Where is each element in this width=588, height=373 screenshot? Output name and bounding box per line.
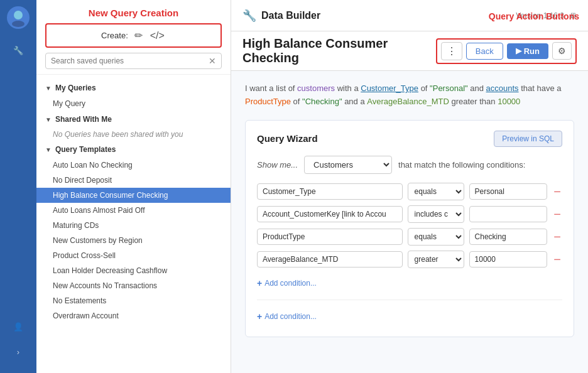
remove-condition-2-button[interactable]: − [552,208,562,220]
create-row: Create: ✏ </> [45,23,222,48]
condition-row-1: equals not equals contains greater less … [257,183,562,200]
condition-op-4[interactable]: equals not equals contains greater less [408,251,464,268]
condition-row-3: equals not equals contains greater less … [257,228,562,246]
version-text: Version 1.16.3 [516,11,564,20]
query-title: High Balance Consumer Checking [242,36,430,65]
plus-icon: + [257,278,262,288]
run-button[interactable]: ▶ Run [507,43,548,59]
svg-point-2 [12,21,24,27]
add-condition-label-2: Add condition... [264,312,317,321]
condition-op-2[interactable]: includes c equals not equals contains [408,205,464,223]
wizard-title: Query Wizard [257,133,318,144]
remove-condition-3-button[interactable]: − [552,230,562,243]
list-item[interactable]: Overdrawn Account [36,308,231,323]
add-condition-label-1: Add condition... [264,279,317,288]
nav-expand-icon[interactable]: › [9,343,27,360]
kw-personal: "Personal" [430,84,468,93]
query-header-bar: High Balance Consumer Checking Query Act… [231,31,588,71]
template-list: Auto Loan No CheckingNo Direct DepositHi… [36,158,231,323]
search-clear-icon[interactable]: ✕ [209,56,216,66]
list-item[interactable]: My Query [36,96,231,111]
wizard-header: Query Wizard Preview in SQL [257,131,562,147]
section-my-queries[interactable]: ▼ My Queries [36,80,231,96]
create-label: Create: [101,31,128,40]
kw-customers: customers [297,84,335,93]
list-item[interactable]: New Customers by Region [36,233,231,248]
query-list: ▼ My Queries My Query ▼ Shared With Me N… [36,75,231,373]
main-content: 🔧 Data Builder Version 1.16.3 🖥 High Bal… [231,0,588,373]
list-item[interactable]: Auto Loans Almost Paid Off [36,203,231,218]
add-condition-link-2[interactable]: + Add condition... [257,309,317,324]
nav-user-icon[interactable]: 👤 [9,318,27,335]
app-title: 🔧 Data Builder [242,9,320,23]
create-visual-icon[interactable]: ✏ [133,28,144,43]
play-icon: ▶ [516,46,521,55]
action-buttons-box: ⋮ Back ▶ Run ⚙ [436,38,577,64]
left-panel: New Query Creation Create: ✏ </> ✕ ▼ My … [36,0,231,373]
run-label: Run [524,46,540,56]
list-item[interactable]: No Estatements [36,293,231,308]
arrow-icon: ▼ [45,116,52,123]
condition-field-1[interactable] [257,183,403,200]
remove-condition-4-button[interactable]: − [552,253,562,266]
kw-avgbalance-value: 10000 [498,97,520,106]
arrow-icon: ▼ [45,85,52,92]
svg-point-1 [14,11,23,19]
create-code-icon[interactable]: </> [149,29,166,43]
condition-row-2: includes c equals not equals contains − [257,205,562,223]
condition-val-4[interactable] [469,251,548,268]
divider [257,300,562,300]
section-my-queries-label: My Queries [55,84,96,92]
search-input[interactable] [51,57,205,65]
version-info: Version 1.16.3 🖥 [516,11,577,20]
arrow-icon: ▼ [45,146,52,153]
kw-customer-type[interactable]: Customer_Type [361,84,418,93]
list-item[interactable]: Loan Holder Decreasing Cashflow [36,263,231,278]
more-options-button[interactable]: ⋮ [441,42,462,60]
show-me-row: Show me... Customers Accounts Transactio… [257,156,562,174]
query-description: I want a list of customers with a Custom… [245,82,574,109]
section-query-templates[interactable]: ▼ Query Templates [36,141,231,158]
list-item[interactable]: Auto Loan No Checking [36,158,231,173]
kw-avgbalance: AverageBalance_MTD [367,97,449,106]
condition-op-1[interactable]: equals not equals contains greater less [408,183,464,200]
preview-sql-button[interactable]: Preview in SQL [494,131,562,147]
add-condition-link-1[interactable]: + Add condition... [257,276,317,291]
condition-field-3[interactable] [257,229,403,245]
conditions-label: that match the following conditions: [398,160,525,170]
app-title-text: Data Builder [261,10,320,21]
back-button[interactable]: Back [466,43,503,60]
show-me-label: Show me... [257,160,298,170]
section-shared-with-me[interactable]: ▼ Shared With Me [36,111,231,127]
condition-field-2[interactable] [257,206,403,222]
list-item[interactable]: High Balance Consumer Checking [36,188,231,203]
kw-producttype: ProductType [245,97,291,106]
left-panel-header: New Query Creation Create: ✏ </> ✕ [36,0,231,75]
narrow-sidebar: 🔧 👤 › [0,0,36,373]
list-item[interactable]: No Direct Deposit [36,173,231,188]
monitor-icon: 🖥 [569,11,577,20]
nav-wrench-icon[interactable]: 🔧 [9,41,27,59]
remove-condition-1-button[interactable]: − [552,185,562,198]
settings-button[interactable]: ⚙ [552,42,572,60]
top-bar: 🔧 Data Builder Version 1.16.3 🖥 [231,0,588,31]
show-me-select[interactable]: Customers Accounts Transactions [304,156,392,174]
query-body: I want a list of customers with a Custom… [231,71,588,373]
condition-val-2[interactable] [469,206,548,222]
condition-val-3[interactable] [469,229,548,245]
section-empty-text: No Queries have been shared with you [36,127,231,141]
list-item[interactable]: Product Cross-Sell [36,248,231,263]
wrench-icon: 🔧 [242,9,256,23]
condition-op-3[interactable]: equals not equals contains greater less [408,228,464,246]
list-item[interactable]: New Accounts No Transactions [36,278,231,293]
condition-val-1[interactable] [469,183,548,200]
annotation-new-query: New Query Creation [45,8,222,18]
app-logo [7,6,30,29]
plus-icon-2: + [257,311,262,322]
condition-row-4: equals not equals contains greater less … [257,251,562,268]
condition-field-4[interactable] [257,251,403,268]
query-wizard: Query Wizard Preview in SQL Show me... C… [245,120,574,337]
list-item[interactable]: Maturing CDs [36,218,231,233]
kw-accounts[interactable]: accounts [486,84,519,93]
search-row: ✕ [45,53,222,69]
